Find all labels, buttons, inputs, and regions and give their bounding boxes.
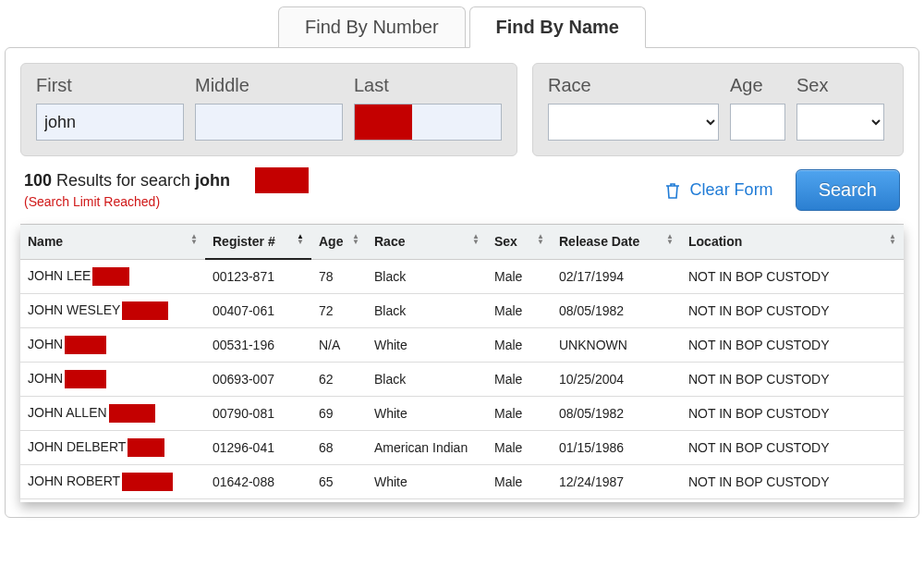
clear-form-link[interactable]: Clear Form (664, 180, 773, 200)
col-header-register[interactable]: Register # ▲▼ (205, 225, 311, 259)
redaction-block (65, 370, 106, 388)
table-row[interactable]: JOHN WESLEY00407-06172BlackMale08/05/198… (20, 293, 904, 327)
cell-location: NOT IN BOP CUSTODY (681, 362, 904, 396)
redaction-block (92, 267, 129, 286)
cell-name: JOHN (20, 362, 205, 396)
middle-label: Middle (195, 75, 343, 96)
cell-race: White (367, 327, 487, 362)
col-header-race[interactable]: Race ▲▼ (367, 225, 487, 259)
age-input[interactable] (730, 104, 785, 141)
col-header-release[interactable]: Release Date ▲▼ (552, 225, 681, 259)
race-select[interactable] (548, 104, 719, 141)
cell-age: 69 (311, 396, 367, 430)
table-row[interactable]: JOHN01924-00070WhiteMaleUNKNOWNNOT IN BO… (20, 498, 904, 502)
cell-release: 10/25/2004 (552, 362, 681, 396)
cell-sex: Male (487, 396, 552, 430)
sex-select[interactable] (796, 104, 884, 141)
sort-icon: ▲▼ (297, 234, 304, 245)
sex-label: Sex (796, 75, 884, 96)
tab-find-by-number[interactable]: Find By Number (278, 6, 466, 48)
cell-sex: Male (487, 293, 552, 327)
cell-sex: Male (487, 464, 552, 498)
col-header-location[interactable]: Location ▲▼ (681, 225, 904, 259)
cell-name: JOHN DELBERT (20, 430, 205, 464)
results-scroll[interactable]: Name ▲▼ Register # ▲▼ Age ▲▼ (20, 225, 904, 502)
cell-release: 12/24/1987 (552, 464, 681, 498)
first-input[interactable] (36, 104, 184, 141)
redaction-block (65, 336, 106, 354)
sort-icon: ▲▼ (889, 234, 896, 245)
sort-icon: ▲▼ (190, 234, 198, 245)
cell-race: American Indian (367, 430, 487, 464)
cell-register: 01924-000 (205, 498, 311, 502)
race-label: Race (548, 75, 719, 96)
last-label: Last (354, 75, 502, 96)
cell-name: JOHN ALLEN (20, 396, 205, 430)
trash-icon (664, 181, 681, 200)
col-header-sex[interactable]: Sex ▲▼ (487, 225, 552, 259)
col-header-age[interactable]: Age ▲▼ (311, 225, 367, 259)
redaction-block (355, 105, 412, 140)
cell-age: 62 (311, 362, 367, 396)
sort-icon: ▲▼ (472, 234, 480, 245)
table-row[interactable]: JOHN DELBERT01296-04168American IndianMa… (20, 430, 904, 464)
cell-register: 00407-061 (205, 293, 311, 327)
sort-icon: ▲▼ (537, 234, 544, 245)
cell-release: UNKNOWN (552, 498, 681, 502)
table-row[interactable]: JOHN LEE00123-87178BlackMale02/17/1994NO… (20, 259, 904, 293)
cell-race: White (367, 464, 487, 498)
cell-age: N/A (311, 327, 367, 362)
cell-name: JOHN (20, 498, 205, 502)
limit-note: (Search Limit Reached) (24, 194, 230, 209)
tab-find-by-name[interactable]: Find By Name (469, 6, 646, 48)
cell-release: 02/17/1994 (552, 259, 681, 293)
cell-race: White (367, 396, 487, 430)
cell-sex: Male (487, 327, 552, 362)
cell-release: UNKNOWN (552, 327, 681, 362)
cell-race: Black (367, 293, 487, 327)
result-summary: 100 Results for search john (24, 171, 230, 191)
cell-location: NOT IN BOP CUSTODY (681, 327, 904, 362)
col-header-name[interactable]: Name ▲▼ (20, 225, 205, 259)
first-label: First (36, 75, 184, 96)
cell-name: JOHN (20, 327, 205, 362)
cell-location: NOT IN BOP CUSTODY (681, 396, 904, 430)
search-button[interactable]: Search (796, 169, 900, 211)
redaction-block (122, 301, 168, 320)
redaction-block (109, 404, 155, 423)
cell-name: JOHN ROBERT (20, 464, 205, 498)
cell-age: 72 (311, 293, 367, 327)
cell-location: NOT IN BOP CUSTODY (681, 259, 904, 293)
cell-age: 70 (311, 498, 367, 502)
cell-sex: Male (487, 259, 552, 293)
cell-release: 01/15/1986 (552, 430, 681, 464)
cell-name: JOHN WESLEY (20, 293, 205, 327)
results-table: Name ▲▼ Register # ▲▼ Age ▲▼ (20, 225, 904, 502)
cell-register: 00693-007 (205, 362, 311, 396)
redaction-block (255, 167, 309, 193)
cell-register: 00531-196 (205, 327, 311, 362)
cell-race: Black (367, 362, 487, 396)
cell-register: 01296-041 (205, 430, 311, 464)
cell-release: 08/05/1982 (552, 396, 681, 430)
cell-location: NOT IN BOP CUSTODY (681, 293, 904, 327)
name-filter-group: First Middle Last (20, 63, 517, 156)
middle-input[interactable] (195, 104, 343, 141)
table-row[interactable]: JOHN00531-196N/AWhiteMaleUNKNOWNNOT IN B… (20, 327, 904, 362)
cell-location: NOT IN BOP CUSTODY (681, 498, 904, 502)
cell-age: 78 (311, 259, 367, 293)
redaction-block (122, 473, 173, 491)
redaction-block (128, 438, 164, 457)
cell-location: NOT IN BOP CUSTODY (681, 430, 904, 464)
cell-register: 00123-871 (205, 259, 311, 293)
cell-race: White (367, 498, 487, 502)
search-panel: First Middle Last Race (5, 47, 919, 518)
table-row[interactable]: JOHN00693-00762BlackMale10/25/2004NOT IN… (20, 362, 904, 396)
table-row[interactable]: JOHN ALLEN00790-08169WhiteMale08/05/1982… (20, 396, 904, 430)
cell-sex: Male (487, 430, 552, 464)
cell-register: 01642-088 (205, 464, 311, 498)
cell-location: NOT IN BOP CUSTODY (681, 464, 904, 498)
table-row[interactable]: JOHN ROBERT01642-08865WhiteMale12/24/198… (20, 464, 904, 498)
cell-name: JOHN LEE (20, 259, 205, 293)
cell-release: 08/05/1982 (552, 293, 681, 327)
